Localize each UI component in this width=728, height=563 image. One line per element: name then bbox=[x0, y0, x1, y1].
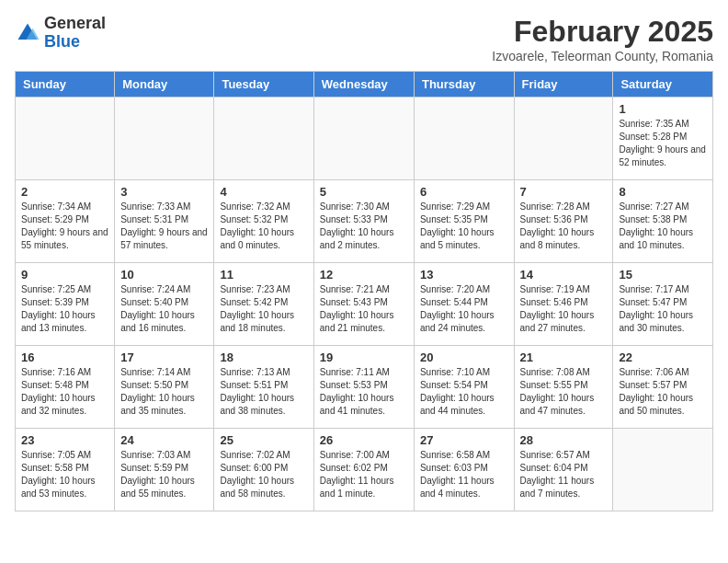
day-info: Sunrise: 7:19 AM Sunset: 5:46 PM Dayligh… bbox=[520, 283, 608, 335]
day-header-monday: Monday bbox=[115, 72, 214, 98]
day-info: Sunrise: 7:13 AM Sunset: 5:51 PM Dayligh… bbox=[220, 366, 307, 418]
day-info: Sunrise: 7:03 AM Sunset: 5:59 PM Dayligh… bbox=[120, 449, 208, 500]
day-header-wednesday: Wednesday bbox=[313, 72, 414, 98]
day-info: Sunrise: 7:08 AM Sunset: 5:55 PM Dayligh… bbox=[520, 366, 608, 418]
calendar-cell: 26Sunrise: 7:00 AM Sunset: 6:02 PM Dayli… bbox=[313, 429, 414, 511]
week-row-2: 2Sunrise: 7:34 AM Sunset: 5:29 PM Daylig… bbox=[16, 180, 713, 263]
calendar-cell bbox=[414, 98, 514, 180]
day-info: Sunrise: 7:05 AM Sunset: 5:58 PM Dayligh… bbox=[21, 449, 108, 500]
day-number: 12 bbox=[320, 268, 408, 282]
calendar-cell bbox=[115, 98, 214, 180]
day-info: Sunrise: 7:25 AM Sunset: 5:39 PM Dayligh… bbox=[21, 283, 108, 335]
day-number: 21 bbox=[520, 350, 608, 364]
calendar-cell: 4Sunrise: 7:32 AM Sunset: 5:32 PM Daylig… bbox=[214, 180, 313, 263]
month-title: February 2025 bbox=[492, 15, 713, 49]
calendar-cell: 8Sunrise: 7:27 AM Sunset: 5:38 PM Daylig… bbox=[613, 180, 713, 263]
day-header-friday: Friday bbox=[514, 72, 613, 98]
day-info: Sunrise: 7:27 AM Sunset: 5:38 PM Dayligh… bbox=[619, 201, 707, 252]
calendar-cell: 22Sunrise: 7:06 AM Sunset: 5:57 PM Dayli… bbox=[613, 346, 713, 429]
day-info: Sunrise: 7:29 AM Sunset: 5:35 PM Dayligh… bbox=[420, 201, 508, 252]
day-number: 2 bbox=[21, 185, 108, 199]
day-number: 5 bbox=[320, 185, 408, 199]
calendar-cell: 7Sunrise: 7:28 AM Sunset: 5:36 PM Daylig… bbox=[514, 180, 613, 263]
day-info: Sunrise: 7:21 AM Sunset: 5:43 PM Dayligh… bbox=[320, 283, 408, 335]
day-info: Sunrise: 7:17 AM Sunset: 5:47 PM Dayligh… bbox=[619, 283, 707, 335]
logo-blue: Blue bbox=[44, 33, 106, 52]
logo-icon bbox=[15, 20, 40, 46]
calendar-cell: 9Sunrise: 7:25 AM Sunset: 5:39 PM Daylig… bbox=[16, 263, 115, 346]
calendar-cell: 21Sunrise: 7:08 AM Sunset: 5:55 PM Dayli… bbox=[514, 346, 613, 429]
calendar-cell bbox=[16, 98, 115, 180]
day-header-thursday: Thursday bbox=[414, 72, 514, 98]
day-info: Sunrise: 7:23 AM Sunset: 5:42 PM Dayligh… bbox=[220, 283, 307, 335]
day-number: 22 bbox=[619, 350, 707, 364]
day-number: 6 bbox=[420, 185, 508, 199]
day-number: 17 bbox=[120, 350, 208, 364]
day-number: 8 bbox=[619, 185, 707, 199]
calendar-cell: 15Sunrise: 7:17 AM Sunset: 5:47 PM Dayli… bbox=[613, 263, 713, 346]
calendar-cell: 6Sunrise: 7:29 AM Sunset: 5:35 PM Daylig… bbox=[414, 180, 514, 263]
calendar-table: SundayMondayTuesdayWednesdayThursdayFrid… bbox=[15, 71, 713, 511]
calendar-cell bbox=[214, 98, 313, 180]
day-info: Sunrise: 7:06 AM Sunset: 5:57 PM Dayligh… bbox=[619, 366, 707, 418]
day-header-tuesday: Tuesday bbox=[214, 72, 313, 98]
day-number: 27 bbox=[420, 433, 508, 447]
day-number: 15 bbox=[619, 268, 707, 282]
calendar-cell bbox=[613, 429, 713, 511]
calendar-cell: 14Sunrise: 7:19 AM Sunset: 5:46 PM Dayli… bbox=[514, 263, 613, 346]
day-number: 19 bbox=[320, 350, 408, 364]
week-row-3: 9Sunrise: 7:25 AM Sunset: 5:39 PM Daylig… bbox=[16, 263, 713, 346]
day-info: Sunrise: 7:20 AM Sunset: 5:44 PM Dayligh… bbox=[420, 283, 508, 335]
day-number: 23 bbox=[21, 433, 108, 447]
day-info: Sunrise: 7:30 AM Sunset: 5:33 PM Dayligh… bbox=[320, 201, 408, 252]
calendar-cell: 17Sunrise: 7:14 AM Sunset: 5:50 PM Dayli… bbox=[115, 346, 214, 429]
calendar-cell: 11Sunrise: 7:23 AM Sunset: 5:42 PM Dayli… bbox=[214, 263, 313, 346]
day-info: Sunrise: 6:57 AM Sunset: 6:04 PM Dayligh… bbox=[520, 449, 608, 500]
calendar-cell bbox=[514, 98, 613, 180]
calendar-cell: 19Sunrise: 7:11 AM Sunset: 5:53 PM Dayli… bbox=[313, 346, 414, 429]
day-number: 10 bbox=[120, 268, 208, 282]
day-number: 7 bbox=[520, 185, 608, 199]
day-header-sunday: Sunday bbox=[16, 72, 115, 98]
day-number: 3 bbox=[120, 185, 208, 199]
calendar-cell: 12Sunrise: 7:21 AM Sunset: 5:43 PM Dayli… bbox=[313, 263, 414, 346]
day-number: 26 bbox=[320, 433, 408, 447]
day-info: Sunrise: 7:00 AM Sunset: 6:02 PM Dayligh… bbox=[320, 449, 408, 500]
calendar-cell: 20Sunrise: 7:10 AM Sunset: 5:54 PM Dayli… bbox=[414, 346, 514, 429]
day-number: 16 bbox=[21, 350, 108, 364]
week-row-4: 16Sunrise: 7:16 AM Sunset: 5:48 PM Dayli… bbox=[16, 346, 713, 429]
calendar-cell: 5Sunrise: 7:30 AM Sunset: 5:33 PM Daylig… bbox=[313, 180, 414, 263]
day-info: Sunrise: 7:28 AM Sunset: 5:36 PM Dayligh… bbox=[520, 201, 608, 252]
day-info: Sunrise: 7:35 AM Sunset: 5:28 PM Dayligh… bbox=[619, 118, 707, 169]
day-number: 14 bbox=[520, 268, 608, 282]
page-header: General Blue February 2025 Izvoarele, Te… bbox=[15, 15, 713, 63]
calendar-header-row: SundayMondayTuesdayWednesdayThursdayFrid… bbox=[16, 72, 713, 98]
calendar-cell bbox=[313, 98, 414, 180]
calendar-cell: 16Sunrise: 7:16 AM Sunset: 5:48 PM Dayli… bbox=[16, 346, 115, 429]
calendar-cell: 10Sunrise: 7:24 AM Sunset: 5:40 PM Dayli… bbox=[115, 263, 214, 346]
calendar-cell: 18Sunrise: 7:13 AM Sunset: 5:51 PM Dayli… bbox=[214, 346, 313, 429]
calendar-cell: 1Sunrise: 7:35 AM Sunset: 5:28 PM Daylig… bbox=[613, 98, 713, 180]
day-info: Sunrise: 7:10 AM Sunset: 5:54 PM Dayligh… bbox=[420, 366, 508, 418]
day-number: 28 bbox=[520, 433, 608, 447]
calendar-cell: 24Sunrise: 7:03 AM Sunset: 5:59 PM Dayli… bbox=[115, 429, 214, 511]
calendar-cell: 2Sunrise: 7:34 AM Sunset: 5:29 PM Daylig… bbox=[16, 180, 115, 263]
day-info: Sunrise: 7:11 AM Sunset: 5:53 PM Dayligh… bbox=[320, 366, 408, 418]
day-number: 25 bbox=[220, 433, 307, 447]
day-header-saturday: Saturday bbox=[613, 72, 713, 98]
week-row-5: 23Sunrise: 7:05 AM Sunset: 5:58 PM Dayli… bbox=[16, 429, 713, 511]
day-info: Sunrise: 7:16 AM Sunset: 5:48 PM Dayligh… bbox=[21, 366, 108, 418]
day-info: Sunrise: 7:32 AM Sunset: 5:32 PM Dayligh… bbox=[220, 201, 307, 252]
day-info: Sunrise: 7:34 AM Sunset: 5:29 PM Dayligh… bbox=[21, 201, 108, 252]
calendar-cell: 3Sunrise: 7:33 AM Sunset: 5:31 PM Daylig… bbox=[115, 180, 214, 263]
day-info: Sunrise: 6:58 AM Sunset: 6:03 PM Dayligh… bbox=[420, 449, 508, 500]
calendar-cell: 23Sunrise: 7:05 AM Sunset: 5:58 PM Dayli… bbox=[16, 429, 115, 511]
calendar-cell: 25Sunrise: 7:02 AM Sunset: 6:00 PM Dayli… bbox=[214, 429, 313, 511]
day-number: 1 bbox=[619, 102, 707, 116]
calendar-cell: 28Sunrise: 6:57 AM Sunset: 6:04 PM Dayli… bbox=[514, 429, 613, 511]
logo-general: General bbox=[44, 15, 106, 33]
location-subtitle: Izvoarele, Teleorman County, Romania bbox=[492, 49, 713, 63]
week-row-1: 1Sunrise: 7:35 AM Sunset: 5:28 PM Daylig… bbox=[16, 98, 713, 180]
day-info: Sunrise: 7:24 AM Sunset: 5:40 PM Dayligh… bbox=[120, 283, 208, 335]
logo: General Blue bbox=[15, 15, 106, 52]
